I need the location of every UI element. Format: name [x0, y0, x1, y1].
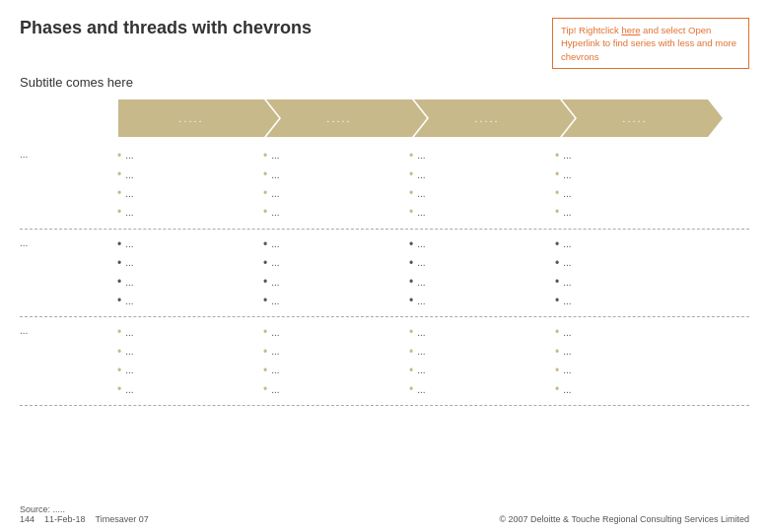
section-2-col-2: ... ... ... ... — [259, 233, 405, 313]
source-line: Source: ..... — [20, 504, 149, 514]
list-item: ... — [409, 184, 547, 203]
bullet-list: ... ... ... ... — [409, 235, 547, 311]
list-item: ... — [409, 166, 547, 184]
tip-text-before: Tip! Rightclick — [561, 25, 621, 35]
chevron-3: ..... — [414, 100, 560, 137]
tip-box: Tip! Rightclick here and select Open Hyp… — [552, 18, 749, 69]
source-label: Source: — [20, 504, 50, 514]
list-item: ... — [409, 292, 547, 310]
list-item: ... — [555, 203, 693, 222]
list-item: ... — [263, 362, 401, 380]
list-item: ... — [263, 235, 401, 254]
chevrons-row: ..... ..... ..... ..... — [118, 100, 749, 137]
list-item: ... — [409, 343, 547, 362]
list-item: ... — [117, 343, 255, 362]
list-item: ... — [555, 235, 693, 254]
section-3: ... ... ... ... ... ... ... ... ... ... … — [20, 321, 749, 406]
list-item: ... — [555, 292, 693, 310]
list-item: ... — [263, 254, 401, 273]
list-item: ... — [555, 147, 693, 166]
section-1-col-4: ... ... ... ... — [551, 145, 697, 225]
list-item: ... — [555, 323, 693, 342]
list-item: ... — [117, 323, 255, 342]
footer: Source: ..... 144 11-Feb-18 Timesaver 07… — [20, 503, 749, 524]
section-3-col-1: ... ... ... ... — [113, 321, 259, 401]
bullet-list: ... ... ... ... — [555, 147, 693, 223]
chevron-2: ..... — [266, 100, 412, 137]
list-item: ... — [555, 166, 693, 184]
list-item: ... — [117, 166, 255, 184]
list-item: ... — [409, 380, 547, 399]
list-item: ... — [263, 343, 401, 362]
section-2: ... ... ... ... ... ... ... ... ... ... … — [20, 233, 749, 318]
chevron-1: ..... — [118, 100, 264, 137]
bullet-list: ... ... ... ... — [117, 235, 255, 311]
page-number: 144 — [20, 514, 35, 524]
list-item: ... — [117, 273, 255, 292]
section-3-col-4: ... ... ... ... — [551, 321, 697, 401]
section-1-label: ... — [20, 145, 113, 225]
date: 11-Feb-18 — [44, 514, 86, 524]
list-item: ... — [117, 292, 255, 310]
list-item: ... — [117, 380, 255, 399]
list-item: ... — [555, 343, 693, 362]
bullet-list: ... ... ... ... — [117, 323, 255, 399]
section-1-col-3: ... ... ... ... — [405, 145, 551, 225]
section-1-col-1: ... ... ... ... — [113, 145, 259, 225]
list-item: ... — [117, 203, 255, 222]
section-3-col-3: ... ... ... ... — [405, 321, 551, 401]
chevron-4: ..... — [562, 100, 708, 137]
section-2-col-1: ... ... ... ... — [113, 233, 259, 313]
list-item: ... — [263, 147, 401, 166]
list-item: ... — [263, 166, 401, 184]
list-item: ... — [409, 235, 547, 254]
bullet-list: ... ... ... ... — [409, 323, 547, 399]
list-item: ... — [555, 273, 693, 292]
page: Phases and threads with chevrons Tip! Ri… — [0, 0, 769, 532]
footer-left: Source: ..... 144 11-Feb-18 Timesaver 07 — [20, 504, 149, 524]
list-item: ... — [117, 184, 255, 203]
source-value: ..... — [53, 504, 66, 514]
list-item: ... — [409, 323, 547, 342]
bullet-list: ... ... ... ... — [555, 235, 693, 311]
list-item: ... — [117, 147, 255, 166]
tip-link[interactable]: here — [621, 25, 640, 35]
list-item: ... — [263, 184, 401, 203]
list-item: ... — [555, 254, 693, 273]
bullet-list: ... ... ... ... — [263, 147, 401, 223]
page-title: Phases and threads with chevrons — [20, 18, 312, 38]
list-item: ... — [263, 273, 401, 292]
bullet-list: ... ... ... ... — [409, 147, 547, 223]
section-2-col-3: ... ... ... ... — [405, 233, 551, 313]
list-item: ... — [263, 203, 401, 222]
list-item: ... — [263, 323, 401, 342]
bullet-list: ... ... ... ... — [263, 323, 401, 399]
header: Phases and threads with chevrons Tip! Ri… — [20, 18, 749, 69]
list-item: ... — [555, 362, 693, 380]
copyright: © 2007 Deloitte & Touche Regional Consul… — [499, 514, 749, 524]
list-item: ... — [555, 380, 693, 399]
tool-name: Timesaver 07 — [96, 514, 149, 524]
list-item: ... — [409, 362, 547, 380]
list-item: ... — [409, 273, 547, 292]
bullet-list: ... ... ... ... — [555, 323, 693, 399]
section-1: ... ... ... ... ... ... ... ... ... ... … — [20, 145, 749, 230]
bullet-list: ... ... ... ... — [117, 147, 255, 223]
bullet-list: ... ... ... ... — [263, 235, 401, 311]
section-1-col-2: ... ... ... ... — [259, 145, 405, 225]
list-item: ... — [117, 362, 255, 380]
section-2-col-4: ... ... ... ... — [551, 233, 697, 313]
section-3-col-2: ... ... ... ... — [259, 321, 405, 401]
list-item: ... — [263, 292, 401, 310]
subtitle: Subtitle comes here — [20, 75, 749, 90]
list-item: ... — [117, 235, 255, 254]
section-2-label: ... — [20, 233, 113, 313]
footer-meta: 144 11-Feb-18 Timesaver 07 — [20, 514, 149, 524]
list-item: ... — [117, 254, 255, 273]
list-item: ... — [555, 184, 693, 203]
list-item: ... — [263, 380, 401, 399]
list-item: ... — [409, 203, 547, 222]
list-item: ... — [409, 254, 547, 273]
list-item: ... — [409, 147, 547, 166]
section-3-label: ... — [20, 321, 113, 401]
